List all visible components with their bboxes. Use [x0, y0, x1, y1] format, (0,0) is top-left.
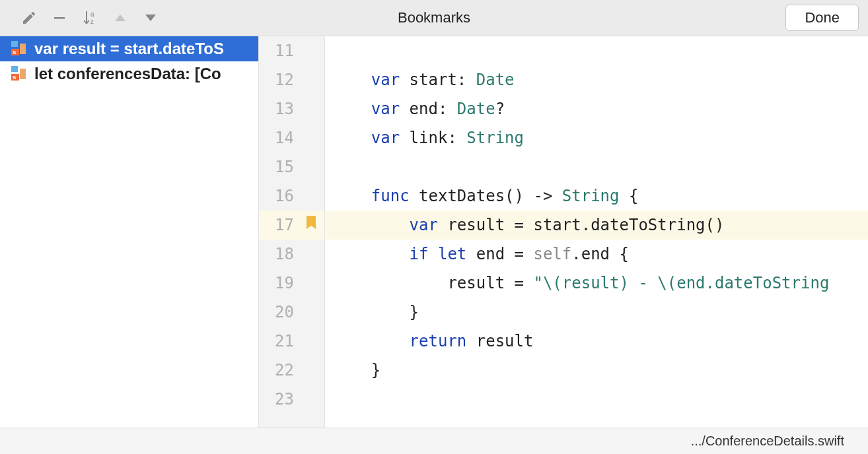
svg-text:a: a [90, 11, 94, 18]
main-area: Svar result = start.dateToSSlet conferen… [0, 36, 868, 428]
line-number: 13 [259, 94, 324, 123]
code-area[interactable]: var start: Date var end: Date? var link:… [325, 36, 868, 428]
bookmark-item[interactable]: Slet conferencesData: [Co [0, 61, 258, 86]
code-line[interactable] [325, 36, 868, 65]
code-line[interactable]: return result [325, 327, 868, 356]
svg-rect-6 [20, 44, 26, 54]
toolbar: a z Bookmarks Done [0, 0, 868, 36]
sort-az-icon[interactable]: a z [81, 9, 99, 27]
code-line[interactable] [325, 385, 868, 414]
line-number: 19 [259, 269, 324, 298]
line-number: 20 [259, 298, 324, 327]
code-line[interactable]: func textDates() -> String { [325, 181, 868, 211]
toolbar-left-group: a z [20, 9, 160, 27]
move-up-icon[interactable] [111, 9, 129, 27]
svg-rect-3 [11, 41, 18, 47]
code-line[interactable]: var start: Date [325, 65, 868, 94]
line-number: 16 [259, 181, 324, 211]
swift-file-icon: S [9, 40, 28, 58]
bookmark-icon [305, 211, 318, 240]
svg-text:z: z [90, 18, 94, 25]
code-line[interactable]: if let end = self.end { [325, 240, 868, 269]
code-line[interactable]: var result = start.dateToString() [325, 211, 868, 240]
done-button[interactable]: Done [785, 5, 859, 31]
bookmark-label: let conferencesData: [Co [34, 65, 221, 83]
svg-text:S: S [13, 75, 17, 81]
code-line[interactable]: var end: Date? [325, 94, 868, 123]
line-number: 23 [259, 385, 324, 414]
move-down-icon[interactable] [141, 9, 160, 27]
line-number: 11 [259, 36, 324, 65]
line-number: 17 [259, 211, 324, 240]
status-bar: .../ConferenceDetails.swift [0, 428, 868, 454]
svg-text:S: S [13, 49, 17, 55]
bookmark-item[interactable]: Svar result = start.dateToS [0, 36, 258, 61]
code-line[interactable] [325, 152, 868, 181]
code-line[interactable]: } [325, 356, 868, 385]
code-line[interactable]: result = "\(result) - \(end.dateToString [325, 269, 868, 298]
line-number: 18 [259, 240, 324, 269]
code-editor[interactable]: 11121314151617181920212223 var start: Da… [259, 36, 868, 428]
svg-rect-0 [54, 17, 65, 19]
bookmark-label: var result = start.dateToS [34, 40, 224, 58]
code-line[interactable]: var link: String [325, 123, 868, 152]
file-path: .../ConferenceDetails.swift [691, 434, 844, 449]
remove-icon[interactable] [50, 9, 69, 27]
svg-rect-7 [11, 66, 18, 72]
line-number: 12 [259, 65, 324, 94]
line-number: 21 [259, 327, 324, 356]
line-number: 15 [259, 152, 324, 181]
swift-file-icon: S [9, 65, 28, 83]
line-number: 22 [259, 356, 324, 385]
code-line[interactable]: } [325, 298, 868, 327]
line-number: 14 [259, 123, 324, 152]
svg-rect-10 [20, 69, 26, 79]
bookmark-list: Svar result = start.dateToSSlet conferen… [0, 36, 259, 428]
line-gutter: 11121314151617181920212223 [259, 36, 325, 428]
edit-icon[interactable] [20, 9, 38, 27]
